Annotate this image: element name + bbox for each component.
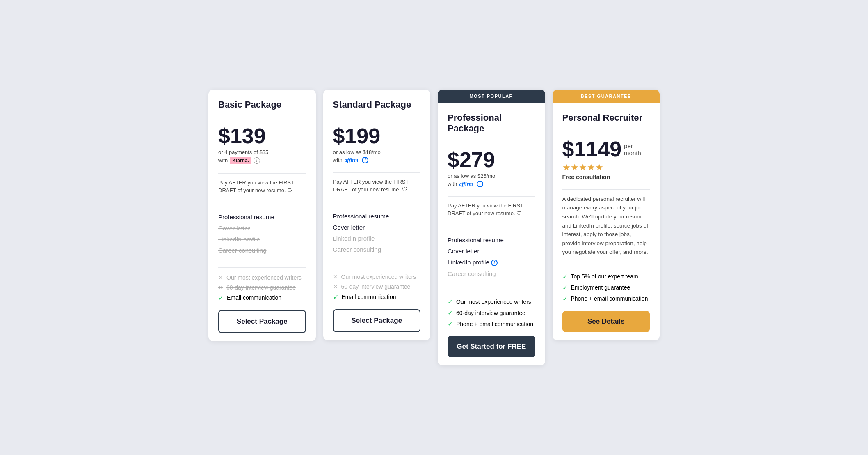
check-icon: ✓: [448, 298, 453, 306]
first-draft-professional: Pay AFTER you view the FIRST DRAFT of yo…: [448, 202, 535, 218]
check-icon: ✓: [333, 293, 338, 301]
card-personal-recruiter: BEST GUARANTEEPersonal Recruiter $1149 p…: [553, 90, 660, 340]
card-title-basic: Basic Package: [218, 99, 306, 110]
description-text: A dedicated personal recruiter will mana…: [562, 195, 650, 257]
payment-with-basic: with Klarna. i: [218, 157, 306, 164]
extra-item-disabled: ✕60-day interview guarantee: [218, 283, 306, 292]
extra-item-disabled: ✕60-day interview guarantee: [333, 282, 421, 292]
features-list-basic: Professional resumeCover letterLinkedIn …: [218, 211, 306, 256]
feature-item-disabled: Career consulting: [218, 245, 306, 256]
cta-button-basic[interactable]: Select Package: [218, 310, 306, 333]
star-rating: ★★★★★: [562, 162, 650, 173]
price-amount-personal-recruiter: $1149: [562, 138, 622, 160]
feature-item-disabled: LinkedIn profile: [218, 234, 306, 245]
free-consult: Free consultation: [562, 174, 650, 180]
check-icon: ✓: [562, 273, 568, 280]
card-badge-professional: MOST POPULAR: [438, 90, 545, 103]
price-period-personal-recruiter: per month: [624, 142, 650, 156]
feature-item-disabled: Career consulting: [333, 244, 421, 255]
payment-note-basic: or 4 payments of $35: [218, 149, 306, 155]
extra-item-disabled: ✕Our most experienced writers: [333, 272, 421, 282]
feature-item-disabled: Career consulting: [448, 268, 535, 279]
payment-with-professional: with affirm i: [448, 181, 535, 187]
card-title-personal-recruiter: Personal Recruiter: [562, 113, 650, 123]
feature-info-icon[interactable]: i: [491, 260, 498, 266]
payment-note-professional: or as low as $26/mo: [448, 173, 535, 179]
check-icon: ✓: [218, 294, 224, 302]
extra-item: ✓Email communication: [333, 292, 421, 303]
extra-item: ✓Email communication: [218, 292, 306, 303]
pricing-container: Basic Package $139 or 4 payments of $35 …: [208, 90, 660, 366]
feature-item: Professional resume: [218, 211, 306, 223]
cross-icon: ✕: [333, 273, 338, 280]
card-title-standard: Standard Package: [333, 99, 421, 110]
feature-item: Cover letter: [333, 222, 421, 233]
feature-item-disabled: Cover letter: [218, 223, 306, 234]
check-icon: ✓: [448, 309, 453, 317]
first-draft-standard: Pay AFTER you view the FIRST DRAFT of yo…: [333, 178, 421, 194]
affirm-info-icon[interactable]: i: [477, 181, 483, 187]
card-standard: Standard Package $199 or as low as $18/m…: [323, 90, 431, 340]
check-icon: ✓: [562, 284, 568, 292]
check-icon: ✓: [448, 320, 453, 328]
cross-icon: ✕: [218, 274, 223, 281]
card-basic: Basic Package $139 or 4 payments of $35 …: [208, 90, 316, 341]
price-amount-professional: $279: [448, 149, 495, 170]
info-icon[interactable]: i: [254, 157, 260, 164]
klarna-badge: Klarna.: [230, 157, 251, 164]
price-amount-basic: $139: [218, 125, 266, 147]
feature-item: Cover letter: [448, 246, 535, 257]
price-amount-standard: $199: [333, 125, 381, 147]
extra-item-disabled: ✕Our most experienced writers: [218, 273, 306, 283]
extra-item: ✓Top 5% of our expert team: [562, 271, 650, 282]
extras-list-standard: ✕Our most experienced writers✕60-day int…: [333, 272, 421, 303]
extra-item: ✓Employment guarantee: [562, 282, 650, 293]
extras-list-basic: ✕Our most experienced writers✕60-day int…: [218, 273, 306, 303]
check-icon: ✓: [562, 295, 568, 303]
cta-button-standard[interactable]: Select Package: [333, 309, 421, 332]
extra-item: ✓Phone + email communication: [562, 293, 650, 304]
card-professional: MOST POPULARProfessional Package $279 or…: [438, 90, 545, 366]
features-list-professional: Professional resumeCover letterLinkedIn …: [448, 234, 535, 280]
feature-item-disabled: LinkedIn profile: [333, 233, 421, 244]
affirm-badge: affirm: [459, 181, 473, 187]
features-list-standard: Professional resumeCover letterLinkedIn …: [333, 211, 421, 255]
feature-item: Professional resume: [333, 211, 421, 222]
card-title-professional: Professional Package: [448, 113, 535, 134]
first-draft-basic: Pay AFTER you view the FIRST DRAFT of yo…: [218, 179, 306, 195]
cta-button-personal-recruiter[interactable]: See Details: [562, 311, 650, 332]
affirm-badge: affirm: [345, 157, 359, 163]
extras-list-professional: ✓Our most experienced writers✓60-day int…: [448, 296, 535, 329]
extra-item: ✓Our most experienced writers: [448, 296, 535, 307]
card-badge-personal-recruiter: BEST GUARANTEE: [553, 90, 660, 103]
extra-item: ✓60-day interview guarantee: [448, 307, 535, 318]
feature-item: LinkedIn profilei: [448, 257, 535, 269]
extra-item: ✓Phone + email communication: [448, 318, 535, 329]
affirm-info-icon[interactable]: i: [362, 157, 368, 163]
payment-note-standard: or as low as $18/mo: [333, 149, 421, 155]
cross-icon: ✕: [218, 284, 223, 291]
payment-with-standard: with affirm i: [333, 157, 421, 163]
feature-item: Professional resume: [448, 234, 535, 246]
cross-icon: ✕: [333, 283, 338, 290]
cta-button-professional[interactable]: Get Started for FREE: [448, 336, 535, 357]
extras-list-personal-recruiter: ✓Top 5% of our expert team✓Employment gu…: [562, 271, 650, 304]
